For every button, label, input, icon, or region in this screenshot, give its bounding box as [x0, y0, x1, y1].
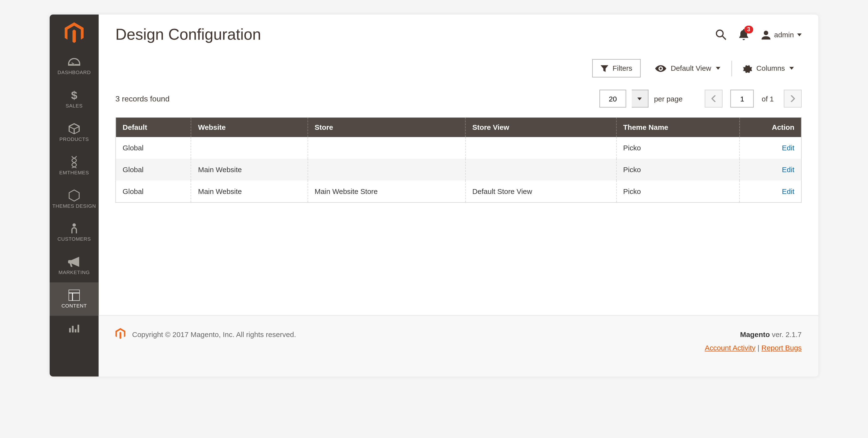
footer-right: Magento ver. 2.1.7 Account Activity | Re…: [705, 328, 802, 354]
cell-website: Main Website: [191, 159, 308, 181]
sidebar-item-label: CUSTOMERS: [50, 237, 99, 243]
dollar-icon: $: [50, 88, 99, 102]
toolbar-separator: [732, 61, 732, 76]
box-icon: [50, 121, 99, 136]
table-row: Global Main Website Picko Edit: [116, 159, 801, 181]
sidebar-item-label: DASHBOARD: [50, 70, 99, 76]
default-view-button[interactable]: Default View: [647, 60, 728, 77]
svg-point-1: [72, 224, 76, 227]
prev-page-button[interactable]: [705, 90, 723, 108]
cell-default: Global: [116, 180, 191, 202]
filters-button[interactable]: Filters: [592, 59, 641, 77]
sidebar-item-label: MARKETING: [50, 270, 99, 276]
sidebar-item-emthemes[interactable]: EMTHEMES: [50, 149, 99, 183]
magento-logo[interactable]: [65, 14, 84, 49]
search-icon[interactable]: [715, 29, 726, 40]
helix-icon: [50, 155, 99, 169]
app-window: DASHBOARD $ SALES PRODUCTS EMTHEMES THEM…: [50, 14, 818, 376]
page-title: Design Configuration: [115, 26, 715, 43]
user-menu[interactable]: admin: [761, 30, 802, 39]
svg-rect-8: [78, 325, 79, 333]
sidebar-item-customers[interactable]: CUSTOMERS: [50, 216, 99, 249]
design-config-table: Default Website Store Store View Theme N…: [115, 118, 802, 203]
svg-rect-6: [72, 326, 73, 333]
cell-default: Global: [116, 137, 191, 159]
sidebar-item-label: CONTENT: [50, 304, 99, 309]
cell-store-view: Default Store View: [465, 180, 616, 202]
chevron-down-icon: [638, 97, 642, 100]
sidebar-item-label: PRODUCTS: [50, 137, 99, 143]
col-action: Action: [740, 118, 801, 137]
footer-left: Copyright © 2017 Magento, Inc. All right…: [115, 328, 705, 341]
svg-rect-5: [69, 328, 71, 333]
table-container: Default Website Store Store View Theme N…: [99, 118, 818, 220]
page-header: Design Configuration 3 admin: [99, 14, 818, 49]
col-store-view[interactable]: Store View: [465, 118, 616, 137]
col-default[interactable]: Default: [116, 118, 191, 137]
cell-action: Edit: [740, 159, 801, 181]
cell-website: Main Website: [191, 180, 308, 202]
edit-link[interactable]: Edit: [782, 144, 795, 152]
col-store[interactable]: Store: [308, 118, 465, 137]
of-pages-label: of 1: [762, 94, 774, 103]
layout-icon: [50, 288, 99, 303]
funnel-icon: [600, 65, 608, 72]
sidebar-item-sales[interactable]: $ SALES: [50, 82, 99, 116]
avatar-icon: [761, 30, 771, 39]
page-number-input[interactable]: [731, 90, 754, 108]
per-page-input[interactable]: [599, 90, 626, 108]
columns-label: Columns: [756, 64, 785, 73]
gauge-icon: [50, 55, 99, 69]
sidebar-item-themes-design[interactable]: THEMES DESIGN: [50, 183, 99, 216]
edit-link[interactable]: Edit: [782, 187, 795, 196]
table-row: Global Main Website Main Website Store D…: [116, 180, 801, 202]
svg-rect-7: [75, 329, 76, 333]
cell-website: [191, 137, 308, 159]
footer-version: ver. 2.1.7: [770, 331, 802, 339]
cell-store: [308, 137, 465, 159]
svg-line-10: [722, 36, 725, 40]
cell-theme: Picko: [616, 137, 740, 159]
copyright-text: Copyright © 2017 Magento, Inc. All right…: [132, 331, 296, 339]
per-page-label: per page: [654, 94, 682, 103]
col-theme-name[interactable]: Theme Name: [616, 118, 740, 137]
sidebar-item-dashboard[interactable]: DASHBOARD: [50, 49, 99, 83]
account-activity-link[interactable]: Account Activity: [705, 343, 755, 352]
cell-action: Edit: [740, 180, 801, 202]
chevron-right-icon: [790, 95, 795, 102]
sidebar-item-products[interactable]: PRODUCTS: [50, 116, 99, 149]
svg-point-11: [764, 31, 768, 35]
edit-link[interactable]: Edit: [782, 165, 795, 174]
sidebar: DASHBOARD $ SALES PRODUCTS EMTHEMES THEM…: [50, 14, 99, 376]
col-website[interactable]: Website: [191, 118, 308, 137]
table-header-row: Default Website Store Store View Theme N…: [116, 118, 801, 137]
per-page-dropdown[interactable]: [631, 90, 648, 108]
svg-point-9: [716, 30, 723, 37]
megaphone-icon: [50, 255, 99, 269]
report-bugs-link[interactable]: Report Bugs: [762, 343, 802, 352]
bars-icon: [50, 321, 99, 336]
sidebar-item-content[interactable]: CONTENT: [50, 283, 99, 316]
footer-brand: Magento: [740, 331, 770, 339]
cell-store-view: [465, 159, 616, 181]
main-content: Design Configuration 3 admin Filt: [99, 14, 818, 376]
sidebar-item-label: EMTHEMES: [50, 170, 99, 176]
next-page-button[interactable]: [784, 90, 802, 108]
notification-bell-icon[interactable]: 3: [738, 29, 748, 40]
sidebar-item-label: THEMES DESIGN: [50, 204, 99, 209]
cell-store: [308, 159, 465, 181]
sidebar-item-label: SALES: [50, 104, 99, 109]
eye-icon: [655, 65, 666, 72]
magento-logo-small: [115, 328, 125, 341]
sidebar-item-more[interactable]: [50, 316, 99, 337]
notification-badge: 3: [744, 26, 753, 33]
table-row: Global Picko Edit: [116, 137, 801, 159]
records-found-text: 3 records found: [115, 94, 599, 103]
columns-button[interactable]: Columns: [735, 59, 802, 77]
cell-store-view: [465, 137, 616, 159]
gear-icon: [743, 64, 752, 73]
records-row: 3 records found per page of 1: [99, 77, 818, 118]
cell-default: Global: [116, 159, 191, 181]
sidebar-item-marketing[interactable]: MARKETING: [50, 249, 99, 283]
chevron-down-icon: [789, 67, 794, 70]
